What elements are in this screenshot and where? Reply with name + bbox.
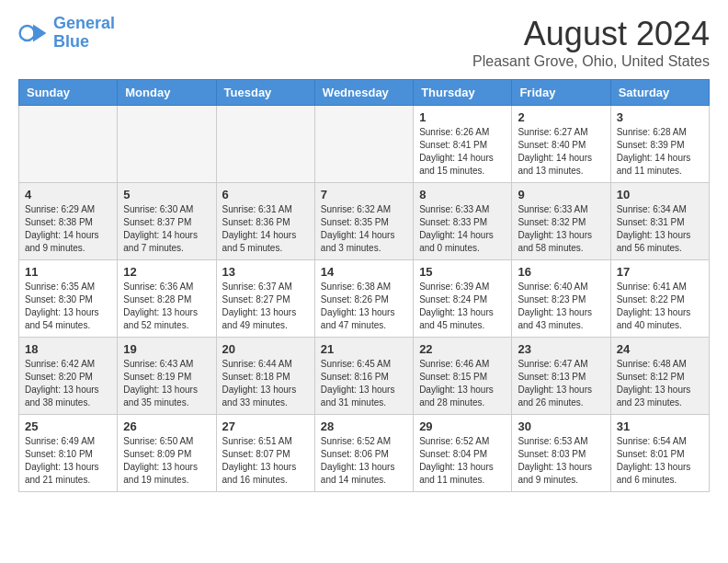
- day-info: Sunrise: 6:44 AMSunset: 8:18 PMDaylight:…: [222, 358, 309, 409]
- calendar-week-3: 11Sunrise: 6:35 AMSunset: 8:30 PMDayligh…: [19, 260, 710, 338]
- day-info: Sunrise: 6:37 AMSunset: 8:27 PMDaylight:…: [222, 281, 309, 332]
- svg-point-0: [20, 26, 35, 40]
- day-info: Sunrise: 6:41 AMSunset: 8:22 PMDaylight:…: [617, 281, 703, 332]
- day-number: 7: [321, 188, 407, 201]
- calendar-cell: 22Sunrise: 6:46 AMSunset: 8:15 PMDayligh…: [414, 338, 512, 415]
- logo: General Blue: [18, 15, 115, 52]
- calendar-cell: 6Sunrise: 6:31 AMSunset: 8:36 PMDaylight…: [216, 183, 314, 260]
- day-info: Sunrise: 6:40 AMSunset: 8:23 PMDaylight:…: [518, 281, 604, 332]
- day-number: 23: [518, 342, 604, 356]
- day-info: Sunrise: 6:28 AMSunset: 8:39 PMDaylight:…: [617, 126, 703, 178]
- calendar-cell: 9Sunrise: 6:33 AMSunset: 8:32 PMDaylight…: [512, 183, 610, 260]
- day-number: 20: [222, 342, 309, 356]
- day-number: 3: [617, 110, 703, 124]
- svg-marker-1: [33, 24, 46, 41]
- main-title: August 2024: [472, 15, 710, 53]
- day-number: 6: [222, 188, 309, 201]
- day-number: 5: [123, 188, 210, 201]
- day-number: 10: [617, 188, 703, 201]
- day-info: Sunrise: 6:51 AMSunset: 8:07 PMDaylight:…: [222, 435, 309, 487]
- day-info: Sunrise: 6:50 AMSunset: 8:09 PMDaylight:…: [123, 435, 210, 487]
- day-info: Sunrise: 6:27 AMSunset: 8:40 PMDaylight:…: [518, 126, 604, 178]
- calendar-cell: [216, 106, 314, 183]
- title-section: August 2024 Pleasant Grove, Ohio, United…: [472, 15, 710, 70]
- day-number: 25: [25, 419, 111, 433]
- column-header-thursday: Thursday: [414, 80, 512, 106]
- calendar-cell: 23Sunrise: 6:47 AMSunset: 8:13 PMDayligh…: [512, 338, 610, 415]
- calendar-cell: 8Sunrise: 6:33 AMSunset: 8:33 PMDaylight…: [414, 183, 512, 260]
- day-number: 14: [321, 265, 407, 279]
- calendar-cell: [118, 106, 216, 183]
- day-number: 11: [25, 265, 111, 279]
- calendar-cell: 31Sunrise: 6:54 AMSunset: 8:01 PMDayligh…: [610, 415, 709, 492]
- calendar-cell: 4Sunrise: 6:29 AMSunset: 8:38 PMDaylight…: [19, 183, 118, 260]
- day-info: Sunrise: 6:30 AMSunset: 8:37 PMDaylight:…: [123, 203, 210, 255]
- calendar-cell: 30Sunrise: 6:53 AMSunset: 8:03 PMDayligh…: [512, 415, 610, 492]
- logo-icon: [18, 18, 48, 48]
- calendar-cell: 12Sunrise: 6:36 AMSunset: 8:28 PMDayligh…: [118, 260, 216, 338]
- calendar-week-2: 4Sunrise: 6:29 AMSunset: 8:38 PMDaylight…: [19, 183, 710, 260]
- day-number: 29: [419, 419, 506, 433]
- calendar-cell: 2Sunrise: 6:27 AMSunset: 8:40 PMDaylight…: [512, 106, 610, 183]
- day-info: Sunrise: 6:46 AMSunset: 8:15 PMDaylight:…: [419, 358, 506, 409]
- calendar-week-5: 25Sunrise: 6:49 AMSunset: 8:10 PMDayligh…: [19, 415, 710, 492]
- day-number: 8: [419, 188, 506, 201]
- calendar-cell: 18Sunrise: 6:42 AMSunset: 8:20 PMDayligh…: [19, 338, 118, 415]
- day-info: Sunrise: 6:35 AMSunset: 8:30 PMDaylight:…: [25, 281, 111, 332]
- day-number: 27: [222, 419, 309, 433]
- day-number: 16: [518, 265, 604, 279]
- column-header-sunday: Sunday: [19, 80, 118, 106]
- calendar-cell: 15Sunrise: 6:39 AMSunset: 8:24 PMDayligh…: [414, 260, 512, 338]
- calendar-header: SundayMondayTuesdayWednesdayThursdayFrid…: [19, 80, 710, 106]
- calendar-cell: 7Sunrise: 6:32 AMSunset: 8:35 PMDaylight…: [314, 183, 413, 260]
- day-number: 21: [321, 342, 407, 356]
- calendar-cell: 29Sunrise: 6:52 AMSunset: 8:04 PMDayligh…: [414, 415, 512, 492]
- day-info: Sunrise: 6:49 AMSunset: 8:10 PMDaylight:…: [25, 435, 111, 487]
- calendar-cell: 16Sunrise: 6:40 AMSunset: 8:23 PMDayligh…: [512, 260, 610, 338]
- day-number: 9: [518, 188, 604, 201]
- column-header-saturday: Saturday: [610, 80, 709, 106]
- calendar-cell: 5Sunrise: 6:30 AMSunset: 8:37 PMDaylight…: [118, 183, 216, 260]
- day-number: 22: [419, 342, 506, 356]
- day-number: 12: [123, 265, 210, 279]
- day-info: Sunrise: 6:52 AMSunset: 8:06 PMDaylight:…: [321, 435, 407, 487]
- calendar-cell: 10Sunrise: 6:34 AMSunset: 8:31 PMDayligh…: [610, 183, 709, 260]
- day-number: 19: [123, 342, 210, 356]
- day-number: 28: [321, 419, 407, 433]
- logo-text: General Blue: [53, 15, 115, 52]
- column-header-friday: Friday: [512, 80, 610, 106]
- calendar-cell: 28Sunrise: 6:52 AMSunset: 8:06 PMDayligh…: [314, 415, 413, 492]
- day-info: Sunrise: 6:47 AMSunset: 8:13 PMDaylight:…: [518, 358, 604, 409]
- day-info: Sunrise: 6:52 AMSunset: 8:04 PMDaylight:…: [419, 435, 506, 487]
- day-number: 13: [222, 265, 309, 279]
- column-header-tuesday: Tuesday: [216, 80, 314, 106]
- day-info: Sunrise: 6:33 AMSunset: 8:33 PMDaylight:…: [419, 203, 506, 255]
- calendar-cell: 19Sunrise: 6:43 AMSunset: 8:19 PMDayligh…: [118, 338, 216, 415]
- day-number: 30: [518, 419, 604, 433]
- calendar-cell: 3Sunrise: 6:28 AMSunset: 8:39 PMDaylight…: [610, 106, 709, 183]
- calendar-cell: 25Sunrise: 6:49 AMSunset: 8:10 PMDayligh…: [19, 415, 118, 492]
- calendar-cell: 11Sunrise: 6:35 AMSunset: 8:30 PMDayligh…: [19, 260, 118, 338]
- day-info: Sunrise: 6:29 AMSunset: 8:38 PMDaylight:…: [25, 203, 111, 255]
- day-info: Sunrise: 6:26 AMSunset: 8:41 PMDaylight:…: [419, 126, 506, 178]
- subtitle: Pleasant Grove, Ohio, United States: [472, 53, 710, 70]
- day-info: Sunrise: 6:42 AMSunset: 8:20 PMDaylight:…: [25, 358, 111, 409]
- column-header-monday: Monday: [118, 80, 216, 106]
- day-info: Sunrise: 6:36 AMSunset: 8:28 PMDaylight:…: [123, 281, 210, 332]
- day-number: 4: [25, 188, 111, 201]
- day-info: Sunrise: 6:38 AMSunset: 8:26 PMDaylight:…: [321, 281, 407, 332]
- day-number: 1: [419, 110, 506, 124]
- calendar-cell: 1Sunrise: 6:26 AMSunset: 8:41 PMDaylight…: [414, 106, 512, 183]
- day-number: 26: [123, 419, 210, 433]
- calendar-cell: 24Sunrise: 6:48 AMSunset: 8:12 PMDayligh…: [610, 338, 709, 415]
- day-number: 17: [617, 265, 703, 279]
- day-info: Sunrise: 6:33 AMSunset: 8:32 PMDaylight:…: [518, 203, 604, 255]
- day-number: 15: [419, 265, 506, 279]
- day-info: Sunrise: 6:31 AMSunset: 8:36 PMDaylight:…: [222, 203, 309, 255]
- calendar-cell: [314, 106, 413, 183]
- day-info: Sunrise: 6:43 AMSunset: 8:19 PMDaylight:…: [123, 358, 210, 409]
- day-number: 18: [25, 342, 111, 356]
- day-info: Sunrise: 6:34 AMSunset: 8:31 PMDaylight:…: [617, 203, 703, 255]
- day-info: Sunrise: 6:53 AMSunset: 8:03 PMDaylight:…: [518, 435, 604, 487]
- calendar-cell: 26Sunrise: 6:50 AMSunset: 8:09 PMDayligh…: [118, 415, 216, 492]
